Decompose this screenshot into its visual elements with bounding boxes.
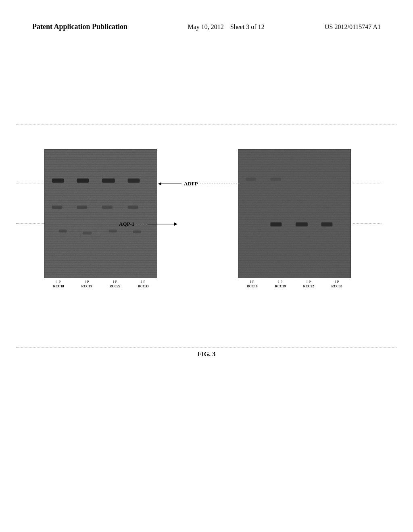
svg-rect-19 [49, 218, 153, 218]
left-xlabel-rcc18: IP RCC18 [48, 280, 70, 289]
aqp1-label: AQP-1 [119, 221, 134, 227]
patent-number: US 2012/0115747 A1 [325, 22, 381, 32]
svg-rect-30 [270, 178, 281, 181]
svg-rect-18 [49, 193, 153, 194]
aqp1-left-dots [136, 221, 147, 227]
svg-rect-34 [242, 210, 346, 210]
svg-rect-25 [238, 150, 350, 278]
svg-rect-33 [242, 197, 346, 198]
figure-caption: FIG. 3 [0, 351, 413, 358]
sheet-info: Sheet 3 of 12 [230, 23, 265, 30]
aqp1-left-dotted-outer [16, 223, 44, 224]
svg-marker-38 [158, 182, 161, 185]
right-xlabel-rcc22: IP RCC22 [298, 280, 320, 289]
svg-rect-20 [49, 245, 153, 246]
left-xlabels: IP RCC18 IP RCC19 IP RCC22 IP RCC [44, 280, 157, 289]
separator-top [16, 124, 397, 125]
left-gel-svg [45, 150, 157, 278]
svg-rect-8 [52, 206, 63, 209]
svg-rect-7 [128, 179, 140, 183]
svg-rect-11 [128, 206, 138, 209]
right-xlabel-rcc18: IP RCC18 [241, 280, 263, 289]
adfp-arrow-svg [158, 181, 182, 187]
aqp1-right-dotted-outer [353, 223, 381, 224]
svg-rect-15 [133, 231, 141, 233]
svg-rect-12 [59, 230, 67, 233]
svg-rect-9 [77, 206, 87, 209]
header: Patent Application Publication May 10, 2… [0, 22, 413, 32]
svg-rect-28 [321, 222, 333, 227]
svg-marker-42 [174, 222, 177, 226]
aqp1-annotation: AQP-1 [119, 221, 177, 227]
header-center: May 10, 2012 Sheet 3 of 12 [188, 22, 264, 32]
svg-rect-29 [246, 178, 256, 181]
svg-rect-4 [52, 179, 64, 183]
svg-rect-2 [45, 150, 157, 278]
adfp-left-dotted [16, 183, 44, 183]
right-panel-wrap: IP RCC18 IP RCC19 IP RCC22 IP RCC [238, 149, 351, 289]
page: Patent Application Publication May 10, 2… [0, 0, 413, 532]
left-gel-panel [44, 149, 157, 278]
right-xlabel-rcc19: IP RCC19 [269, 280, 292, 289]
aqp1-arrow-svg [147, 221, 177, 227]
svg-rect-26 [270, 222, 282, 227]
svg-rect-17 [49, 170, 153, 170]
svg-rect-35 [242, 245, 346, 246]
svg-rect-14 [109, 230, 117, 233]
adfp-right-dotted [353, 183, 381, 183]
adfp-annotation: ADFP [158, 181, 240, 187]
left-xlabel-rcc19: IP RCC19 [76, 280, 98, 289]
right-gel-panel [238, 149, 351, 278]
left-panel-wrap: IP RCC18 IP RCC19 IP RCC22 IP RCC [44, 149, 157, 289]
publication-date: May 10, 2012 [188, 23, 223, 30]
svg-rect-32 [242, 172, 346, 172]
left-xlabel-rcc22: IP RCC22 [104, 280, 126, 289]
right-xlabels: IP RCC18 IP RCC19 IP RCC22 IP RCC [238, 280, 351, 289]
separator-bottom [16, 347, 397, 348]
left-xlabel-rcc33: IP RCC33 [132, 280, 154, 289]
right-xlabel-rcc33: IP RCC33 [326, 280, 348, 289]
svg-rect-5 [77, 179, 89, 183]
svg-rect-13 [83, 232, 92, 235]
svg-rect-36 [242, 262, 346, 262]
adfp-right-line [200, 181, 240, 187]
svg-rect-27 [296, 222, 308, 227]
svg-rect-31 [242, 162, 346, 162]
svg-rect-21 [49, 258, 153, 258]
svg-rect-10 [102, 206, 113, 209]
svg-rect-16 [49, 162, 153, 162]
adfp-label: ADFP [184, 181, 198, 187]
svg-rect-6 [102, 179, 115, 183]
publication-label: Patent Application Publication [32, 22, 127, 31]
right-gel-svg [238, 150, 350, 278]
